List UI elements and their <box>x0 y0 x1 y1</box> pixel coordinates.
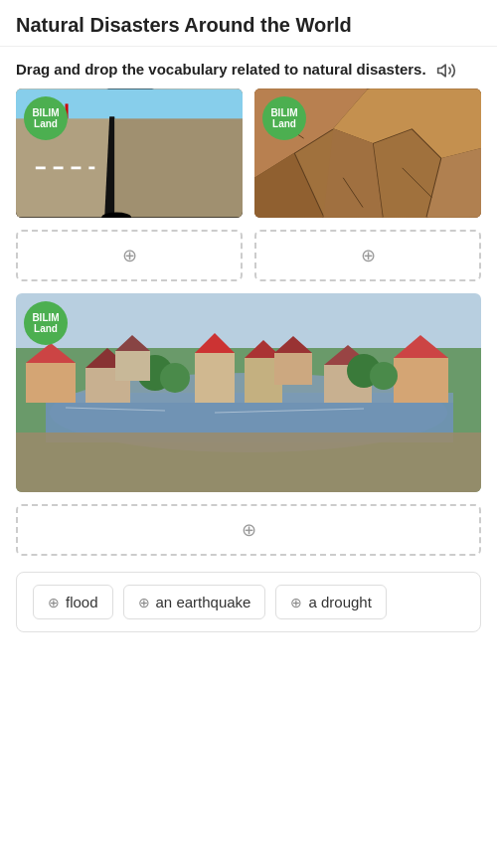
vocab-label-drought: a drought <box>308 594 371 610</box>
svg-rect-38 <box>394 358 448 403</box>
bilum-badge-drought: BILIM Land <box>262 96 306 140</box>
earthquake-image: BILIM Land <box>16 88 243 218</box>
top-drop-zones: ⊕ ⊕ <box>16 230 481 281</box>
svg-rect-55 <box>274 353 312 385</box>
page-header: Natural Disasters Around the World <box>0 0 497 47</box>
instructions-section: Drag and drop the vocabulary related to … <box>0 47 497 88</box>
vocab-item-flood[interactable]: ⊕ flood <box>33 585 113 619</box>
drought-image: BILIM Land <box>254 88 481 218</box>
drop-zone-2[interactable]: ⊕ <box>254 230 481 281</box>
svg-rect-34 <box>26 363 76 403</box>
drop-zone-1-icon: ⊕ <box>122 245 137 266</box>
svg-rect-53 <box>115 351 150 381</box>
vocab-items-list: ⊕ flood ⊕ an earthquake ⊕ a drought <box>33 585 464 619</box>
bilum-badge-flood: BILIM Land <box>24 301 68 345</box>
svg-marker-0 <box>437 65 445 77</box>
drag-icon-drought: ⊕ <box>290 595 302 610</box>
top-images-row: BILIM Land <box>16 88 481 218</box>
svg-point-49 <box>370 362 398 390</box>
svg-rect-57 <box>16 433 481 492</box>
page-title: Natural Disasters Around the World <box>16 12 481 38</box>
drop-zone-2-icon: ⊕ <box>361 245 376 266</box>
drag-icon-flood: ⊕ <box>48 595 60 610</box>
vocab-item-earthquake[interactable]: ⊕ an earthquake <box>123 585 266 619</box>
drag-icon-earthquake: ⊕ <box>138 595 150 610</box>
vocab-label-flood: flood <box>66 594 98 610</box>
svg-point-47 <box>160 363 190 393</box>
content-area: BILIM Land <box>0 88 497 556</box>
vocabulary-bank: ⊕ flood ⊕ an earthquake ⊕ a drought <box>16 572 481 632</box>
vocab-item-drought[interactable]: ⊕ a drought <box>275 585 386 619</box>
svg-rect-42 <box>195 353 235 403</box>
vocab-label-earthquake: an earthquake <box>156 594 251 610</box>
drop-zone-3[interactable]: ⊕ <box>16 504 481 556</box>
drop-zone-3-icon: ⊕ <box>242 519 256 541</box>
drop-zone-1[interactable]: ⊕ <box>16 230 243 281</box>
instructions-text: Drag and drop the vocabulary related to … <box>16 59 481 81</box>
flood-image: BILIM Land <box>16 293 481 492</box>
sound-icon[interactable] <box>436 61 456 81</box>
svg-rect-50 <box>46 403 453 433</box>
svg-rect-7 <box>114 118 243 217</box>
bilum-badge-earthquake: BILIM Land <box>24 96 68 140</box>
